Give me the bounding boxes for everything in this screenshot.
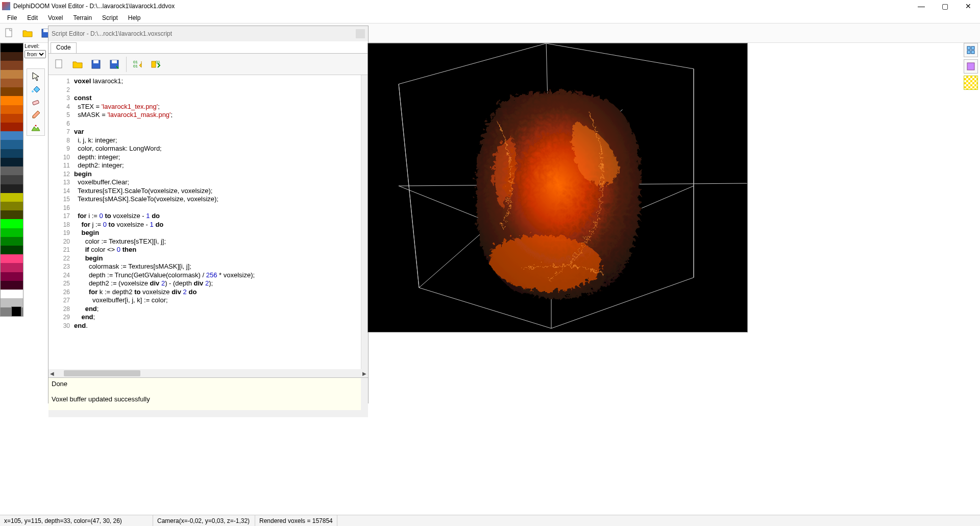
menu-help[interactable]: Help: [123, 14, 146, 21]
script-save-button[interactable]: [87, 56, 105, 73]
script-editor-titlebar[interactable]: Script Editor - D:\...rock1\lavarock1.vo…: [48, 26, 368, 41]
script-editor-title: Script Editor - D:\...rock1\lavarock1.vo…: [52, 30, 172, 37]
level-label: Level:: [24, 43, 47, 49]
palette-swatch[interactable]: [1, 193, 23, 202]
palette-swatch[interactable]: [1, 263, 23, 272]
palette-swatch[interactable]: [1, 254, 23, 263]
output-horizontal-scrollbar[interactable]: [48, 410, 368, 417]
palette-swatch[interactable]: [1, 114, 23, 123]
fill-tool[interactable]: [28, 83, 43, 95]
minimize-button[interactable]: —: [910, 0, 933, 12]
script-new-button[interactable]: [51, 56, 68, 73]
script-editor-window: Script Editor - D:\...rock1\lavarock1.vo…: [48, 26, 369, 403]
viewport-3d[interactable]: [368, 43, 748, 332]
open-file-button[interactable]: [19, 25, 36, 41]
palette-swatch[interactable]: [1, 281, 23, 290]
eraser-tool[interactable]: [28, 96, 43, 108]
palette-swatch[interactable]: [1, 70, 23, 79]
menu-voxel[interactable]: Voxel: [43, 14, 68, 21]
window-title: DelphiDOOM Voxel Editor - D:\...lavarock…: [13, 3, 910, 10]
palette-swatch[interactable]: [1, 166, 23, 175]
status-camera: Camera(x=-0,02, y=0,03, z=-1,32): [153, 515, 255, 526]
cursor-tool[interactable]: [28, 70, 43, 83]
grid-toggle-button[interactable]: [964, 76, 978, 90]
level-selector-area: Level: front: [24, 43, 47, 58]
view-mode-button-1[interactable]: [964, 43, 978, 57]
code-text[interactable]: voxel lavarock1; const sTEX = 'lavarock1…: [74, 75, 361, 330]
palette-swatch[interactable]: [1, 123, 23, 131]
palette-swatch[interactable]: [1, 96, 23, 105]
code-vertical-scrollbar[interactable]: [361, 75, 368, 369]
picker-tool[interactable]: [28, 109, 43, 121]
menu-edit[interactable]: Edit: [22, 14, 43, 21]
script-open-button[interactable]: [69, 56, 86, 73]
statusbar: x=105, y=115, depth=33, color=(47, 30, 2…: [0, 515, 980, 526]
palette-swatch[interactable]: [1, 246, 23, 254]
svg-text:01: 01: [133, 64, 138, 68]
menu-file[interactable]: File: [2, 14, 22, 21]
palette-swatch[interactable]: [1, 131, 23, 140]
view-mode-button-2[interactable]: [964, 59, 978, 74]
palette-swatch[interactable]: [1, 184, 23, 193]
svg-rect-9: [112, 60, 117, 63]
output-vertical-scrollbar[interactable]: [361, 378, 368, 410]
right-sidebar: [964, 43, 979, 92]
menu-script[interactable]: Script: [97, 14, 123, 21]
palette-swatch[interactable]: [1, 149, 23, 158]
new-file-button[interactable]: [1, 25, 17, 41]
palette-swatch[interactable]: [1, 52, 23, 61]
svg-rect-23: [971, 46, 974, 50]
close-button[interactable]: ✕: [957, 0, 980, 12]
svg-rect-5: [56, 60, 62, 68]
palette-swatch[interactable]: [1, 290, 23, 298]
app-icon: [2, 2, 10, 10]
script-compile-button[interactable]: 0101: [130, 56, 147, 73]
svg-rect-22: [967, 46, 970, 50]
palette-swatch[interactable]: [1, 237, 23, 246]
elevation-tool[interactable]: [28, 122, 43, 134]
palette-swatch[interactable]: [1, 140, 23, 149]
menubar: FileEditVoxelTerrainScriptHelp: [0, 12, 980, 23]
script-run-button[interactable]: 01: [148, 56, 165, 73]
palette-swatch[interactable]: [1, 43, 23, 52]
code-horizontal-scrollbar[interactable]: ◀▶: [48, 369, 368, 377]
palette-swatch[interactable]: [1, 202, 23, 210]
palette-swatch[interactable]: [1, 175, 23, 184]
palette-swatch[interactable]: [1, 105, 23, 114]
status-voxels: Rendered voxels = 157854: [255, 515, 337, 526]
color-palette[interactable]: [0, 43, 23, 317]
palette-swatch[interactable]: [1, 228, 23, 237]
script-editor-toolbar: 0101 01: [48, 54, 368, 75]
tab-code[interactable]: Code: [51, 42, 77, 53]
palette-swatch[interactable]: [1, 219, 23, 228]
palette-swatch[interactable]: [1, 158, 23, 166]
tool-palette: [27, 68, 45, 136]
palette-swatch[interactable]: [1, 61, 23, 69]
palette-swatch[interactable]: [1, 272, 23, 281]
titlebar: DelphiDOOM Voxel Editor - D:\...lavarock…: [0, 0, 980, 12]
svg-rect-0: [6, 29, 12, 37]
svg-rect-24: [967, 51, 970, 54]
svg-point-3: [32, 90, 34, 92]
script-output[interactable]: Done Voxel buffer updated successfully: [48, 377, 368, 417]
svg-rect-4: [32, 100, 39, 105]
palette-swatch[interactable]: [1, 210, 23, 219]
script-editor-close-button[interactable]: [356, 29, 365, 38]
level-select[interactable]: front: [24, 50, 46, 58]
code-editor[interactable]: 1234567891011121314151617181920212223242…: [48, 75, 368, 369]
palette-swatch[interactable]: [1, 87, 23, 96]
line-number-gutter: 1234567891011121314151617181920212223242…: [48, 75, 72, 369]
menu-terrain[interactable]: Terrain: [68, 14, 97, 21]
svg-rect-13: [152, 61, 156, 67]
script-editor-tabs: Code: [48, 41, 368, 54]
svg-rect-26: [967, 63, 974, 70]
status-coords: x=105, y=115, depth=33, color=(47, 30, 2…: [0, 515, 153, 526]
script-saveas-button[interactable]: [106, 56, 123, 73]
palette-swatch[interactable]: [1, 79, 23, 87]
maximize-button[interactable]: ▢: [933, 0, 957, 12]
current-color-swatch[interactable]: [11, 306, 21, 317]
svg-rect-7: [93, 60, 99, 63]
svg-rect-25: [971, 51, 974, 54]
palette-swatch[interactable]: [1, 298, 23, 307]
